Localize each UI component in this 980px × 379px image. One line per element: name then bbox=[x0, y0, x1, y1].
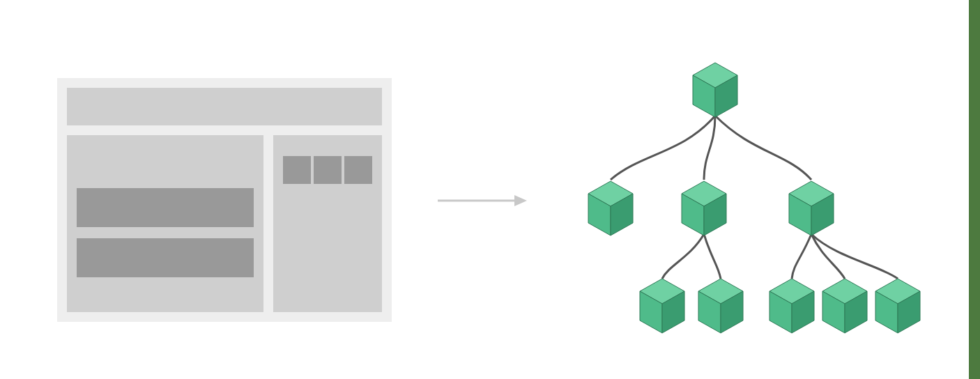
tree-node bbox=[875, 279, 920, 333]
wireframe-content-block bbox=[77, 188, 254, 227]
wireframe-content-block bbox=[77, 238, 254, 277]
tree-node bbox=[822, 279, 867, 333]
wireframe-sidebar-thumb bbox=[344, 156, 372, 184]
component-tree bbox=[544, 49, 934, 348]
arrow-icon bbox=[438, 192, 528, 209]
wireframe-sidebar-thumb bbox=[314, 156, 342, 184]
tree-node bbox=[770, 279, 814, 333]
wireframe-layout bbox=[57, 78, 392, 322]
tree-node bbox=[789, 181, 834, 235]
diagram-stage: Webpage wireframe layout transforms into… bbox=[0, 0, 980, 379]
tree-node bbox=[682, 181, 726, 235]
tree-node-root bbox=[693, 63, 737, 117]
tree-node bbox=[588, 181, 633, 235]
wireframe-sidebar bbox=[273, 135, 382, 312]
wireframe-main-content bbox=[67, 135, 263, 312]
accent-bar bbox=[969, 0, 980, 379]
tree-node bbox=[640, 279, 684, 333]
tree-node bbox=[698, 279, 743, 333]
tree-edges bbox=[611, 116, 898, 279]
wireframe-header bbox=[67, 88, 382, 125]
svg-marker-1 bbox=[514, 195, 527, 206]
wireframe-sidebar-thumb bbox=[283, 156, 311, 184]
